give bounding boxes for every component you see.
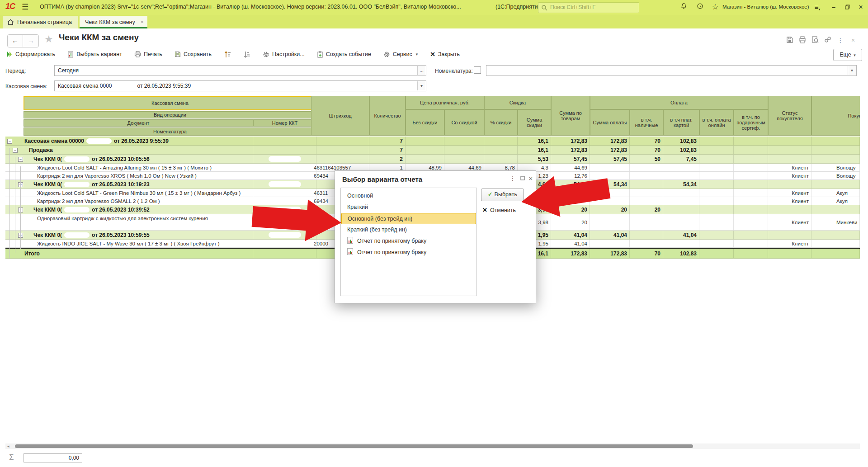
forward-button[interactable]: →: [24, 35, 38, 47]
column-header-op_type[interactable]: Вид операции: [24, 111, 316, 118]
more-menu-kebab-icon[interactable]: ⋮: [835, 36, 845, 45]
column-header-status[interactable]: Статус покупателя: [768, 96, 811, 136]
column-header-online[interactable]: в т.ч. оплата онлайн: [699, 109, 734, 136]
print-preview-icon[interactable]: [810, 36, 820, 45]
service-menu-button[interactable]: Сервис▾: [383, 51, 418, 58]
table-row[interactable]: Продажа716,1172,83172,8370102,83−: [5, 146, 860, 155]
dialog-item[interactable]: Отчет по принятому браку: [341, 236, 476, 247]
tree-connector-line: [20, 166, 21, 249]
generate-button[interactable]: Сформировать: [6, 51, 55, 57]
column-header-group_header[interactable]: Кассовая смена: [24, 96, 316, 110]
sort-ascending-icon: [224, 51, 231, 58]
global-search-input[interactable]: Поиск Ctrl+Shift+F: [538, 2, 639, 13]
cell-document: Продажа: [5, 146, 253, 154]
sort-ascending-button[interactable]: [224, 51, 231, 58]
select-button[interactable]: ✓Выбрать: [481, 189, 524, 201]
create-event-button[interactable]: Создать событие: [317, 51, 371, 58]
minimize-window-icon[interactable]: –: [829, 3, 838, 12]
get-link-icon[interactable]: [823, 36, 833, 45]
cell-document: Чек ККМ 0(от 26.05.2023 10:59:55: [5, 231, 253, 239]
menu-functions-icon[interactable]: ≡▾: [813, 3, 822, 12]
dialog-item[interactable]: Отчет по принятому браку: [341, 247, 476, 258]
collapse-expander-icon[interactable]: −: [13, 148, 18, 153]
print-button[interactable]: Печать: [134, 51, 162, 57]
settings-button[interactable]: Настройки...: [263, 51, 305, 58]
select-variant-button[interactable]: Выбрать вариант: [67, 51, 122, 58]
column-header-sum_pay[interactable]: Сумма оплаты: [590, 109, 630, 136]
sum-field[interactable]: 0,00: [24, 453, 82, 462]
column-header-buyer[interactable]: Покупатель: [811, 96, 860, 136]
column-header-barcode[interactable]: Штрихкод: [311, 96, 369, 136]
add-favorite-star-icon[interactable]: ★: [44, 33, 53, 45]
column-header-qty[interactable]: Количество: [369, 96, 406, 136]
column-header-cash[interactable]: в т.ч. наличные: [630, 109, 663, 136]
cell-qty: 2: [369, 155, 406, 163]
dialog-maximize-icon[interactable]: [519, 175, 527, 182]
scrollbar-thumb[interactable]: [15, 444, 693, 448]
check-icon: ✓: [488, 191, 492, 198]
column-header-pay_group[interactable]: Оплата: [590, 96, 768, 109]
cell-document: Жидкость Loot Cold SALT - Green Fine Nim…: [5, 189, 253, 197]
table-row[interactable]: Кассовая смена 00000от 26.05.2023 9:55:3…: [5, 137, 860, 146]
period-more-button[interactable]: ...: [417, 66, 425, 75]
column-header-sum_goods[interactable]: Сумма по товарам: [551, 96, 590, 136]
more-button[interactable]: Еще ▾: [833, 49, 862, 61]
column-header-disc_group[interactable]: Скидка: [484, 96, 551, 109]
collapse-expander-icon[interactable]: −: [7, 139, 12, 144]
dialog-item[interactable]: Краткий: [341, 202, 476, 213]
cell-card: 102,83: [663, 249, 699, 258]
shift-field[interactable]: Кассовая смена 0000от 26.05.2023 9:55:39…: [54, 80, 426, 91]
column-header-gift[interactable]: в т.ч. по подарочным сертиф.: [734, 109, 768, 136]
cell-kkt: [253, 240, 316, 247]
dialog-item[interactable]: Краткий (без трейд ин): [341, 224, 476, 236]
column-header-price_no_disc[interactable]: Без скидки: [406, 109, 444, 136]
column-header-document[interactable]: Документ: [24, 119, 253, 127]
cell-sum_goods: 20: [551, 205, 590, 214]
horizontal-scrollbar[interactable]: ◂: [5, 443, 860, 449]
dialog-item[interactable]: Основной: [341, 190, 476, 202]
column-header-kkt[interactable]: Номер ККТ: [253, 119, 316, 127]
column-header-disc_sum[interactable]: Сумма скидки: [518, 109, 551, 136]
close-form-icon[interactable]: ×: [848, 36, 858, 45]
cell-gift: [734, 164, 768, 171]
nomenclature-dropdown-button[interactable]: ▾: [848, 66, 856, 75]
tab-close-icon[interactable]: ×: [140, 19, 144, 25]
cell-status: [768, 249, 811, 258]
cell-online: [699, 189, 734, 197]
column-header-card[interactable]: в т.ч плат. картой: [663, 109, 699, 136]
workspace-label[interactable]: Магазин - Виталюр (ш. Московское): [722, 4, 809, 9]
nomenclature-checkbox[interactable]: [474, 66, 481, 74]
cell-disc_pct: [484, 137, 518, 145]
sort-descending-button[interactable]: [243, 51, 250, 58]
nomenclature-field[interactable]: ▾: [486, 65, 857, 76]
dialog-item-selected[interactable]: Основной (без трейд ин): [341, 213, 476, 224]
period-field[interactable]: Сегодня ...: [54, 65, 426, 76]
scroll-left-icon[interactable]: ◂: [7, 443, 9, 449]
column-header-price_group[interactable]: Цена розничная, руб.: [406, 96, 484, 109]
dialog-kebab-icon[interactable]: ⋮: [509, 175, 517, 182]
cell-status: [768, 180, 811, 189]
history-icon[interactable]: [695, 3, 704, 12]
collapse-expander-icon[interactable]: −: [18, 157, 23, 162]
table-row[interactable]: Чек ККМ 0(от 26.05.2023 10:05:5625,5357,…: [5, 155, 860, 164]
close-window-icon[interactable]: ×: [856, 3, 865, 12]
favorites-star-icon[interactable]: ☆: [711, 3, 720, 12]
close-report-button[interactable]: ✕ Закрыть: [430, 51, 460, 58]
report-toolbar: Сформировать Выбрать вариант Печать Сохр…: [6, 48, 460, 60]
dialog-close-icon[interactable]: ×: [527, 175, 535, 182]
main-menu-icon[interactable]: ☰: [22, 2, 28, 12]
print-icon[interactable]: [797, 36, 807, 45]
cancel-button[interactable]: ✕Отменить: [482, 207, 516, 213]
tab-home[interactable]: Начальная страница: [3, 16, 78, 28]
restore-window-icon[interactable]: [843, 3, 852, 12]
column-header-price_with_disc[interactable]: Со скидкой: [444, 109, 484, 136]
column-header-disc_pct[interactable]: % скидки: [484, 109, 518, 136]
save-button[interactable]: Сохранить: [175, 51, 212, 57]
back-button[interactable]: ←: [8, 35, 23, 47]
column-header-nomenclature[interactable]: Номенклатура: [24, 127, 316, 136]
cell-sum_goods: 172,83: [551, 137, 590, 145]
save-icon[interactable]: [785, 36, 795, 45]
notifications-bell-icon[interactable]: [679, 3, 688, 12]
tab-cheki-kkm[interactable]: Чеки ККМ за смену ×: [80, 16, 147, 28]
shift-dropdown-button[interactable]: ▾: [417, 81, 425, 90]
